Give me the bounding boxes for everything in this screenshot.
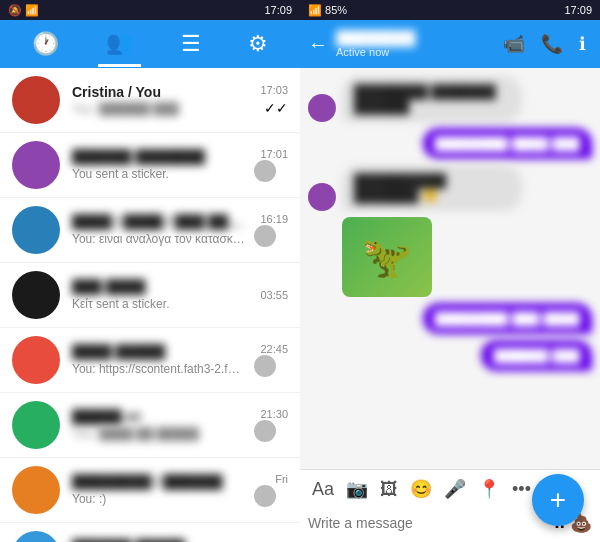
conversation-item[interactable]: █████ ## You: ████ ██ █████ 21:30 <box>0 393 300 458</box>
messages-area: ████████ ███████ ██████ ████████ ████ ██… <box>300 68 600 469</box>
avatar <box>12 76 60 124</box>
message-input[interactable] <box>308 515 545 531</box>
tab-recent[interactable]: 🕐 <box>24 23 67 65</box>
avatar <box>12 466 60 514</box>
conv-meta: 21:30 <box>254 408 288 442</box>
message-row: ██████████ ███████ 😊 <box>308 165 592 211</box>
avatar <box>12 531 60 542</box>
gallery-button[interactable]: 🖼 <box>376 475 402 504</box>
message-bubble: ████████ ████ ███ <box>423 128 592 159</box>
conv-meta: Fri <box>254 473 288 507</box>
conversation-item[interactable]: ████ █████ You: https://scontent.fath3-2… <box>0 328 300 393</box>
mic-button[interactable]: 🎤 <box>440 474 470 504</box>
chat-contact-name: ████████ <box>336 30 497 46</box>
conv-preview: You: :) <box>72 492 246 506</box>
status-left-icons: 🔕 📶 <box>8 4 39 17</box>
message-bubble: ██████ ███ <box>481 340 592 371</box>
conv-name: █████ ## <box>72 409 246 425</box>
left-panel: 🔕 📶 17:09 🕐 👥 ☰ ⚙ Cristina / You You: ██… <box>0 0 300 542</box>
status-right-time: 17:09 <box>564 4 592 16</box>
conv-meta: 17:01 <box>254 148 288 182</box>
conversation-item[interactable]: Cristina / You You: ██████ ███ 17:03 ✓✓ <box>0 68 300 133</box>
left-header: 🕐 👥 ☰ ⚙ <box>0 20 300 68</box>
tab-groups[interactable]: ☰ <box>173 23 209 65</box>
more-options-button[interactable]: ••• <box>508 475 535 504</box>
conv-preview: You: ████ ██ █████ <box>72 427 246 441</box>
conv-content: Cristina / You You: ██████ ███ <box>72 84 252 116</box>
conv-preview: You sent a sticker. <box>72 167 246 181</box>
conversation-item[interactable]: ██████ ███████ You sent a sticker. 17:01 <box>0 133 300 198</box>
video-call-button[interactable]: 📹 <box>497 27 531 61</box>
conv-content: █████ ## You: ████ ██ █████ <box>72 409 246 441</box>
emoji-button[interactable]: 😊 <box>406 474 436 504</box>
conv-meta: 17:03 ✓✓ <box>260 84 288 116</box>
message-bubble: ████████ ███████ ██████ <box>342 76 522 122</box>
message-row: ████████ ████ ███ <box>308 128 592 159</box>
camera-button[interactable]: 📷 <box>342 474 372 504</box>
conv-time: 16:19 <box>260 213 288 225</box>
conv-avatar-thumb <box>254 420 276 442</box>
status-right-icons: 📶 85% <box>308 4 347 17</box>
conv-name: ████ █████ <box>72 344 246 360</box>
conv-time: 21:30 <box>260 408 288 420</box>
conversation-item[interactable]: ████ / ████ / ███ ██████ You: ειναι αναλ… <box>0 198 300 263</box>
conv-name: Cristina / You <box>72 84 252 100</box>
conv-name: ██████ ███████ <box>72 149 246 165</box>
conv-avatar-thumb <box>254 225 276 247</box>
conv-time: Fri <box>275 473 288 485</box>
conv-content: ███ ████ Κείτ sent a sticker. <box>72 279 252 311</box>
conv-name: ████████ / ██████ <box>72 474 246 490</box>
avatar <box>12 401 60 449</box>
conv-content: ████ █████ You: https://scontent.fath3-2… <box>72 344 246 376</box>
conv-status: ✓✓ <box>264 100 288 116</box>
location-button[interactable]: 📍 <box>474 474 504 504</box>
chat-header-info: ████████ Active now <box>336 30 497 58</box>
conv-preview: You: ειναι αναλογα τον κατασκευας... <box>72 232 246 246</box>
message-row: ██████ ███ <box>308 340 592 371</box>
message-bubble: ████████ ███ ████ <box>423 303 592 334</box>
conv-time: 22:45 <box>260 343 288 355</box>
status-bar-right: 📶 85% 17:09 <box>300 0 600 20</box>
conv-meta: 22:45 <box>254 343 288 377</box>
conv-meta: 03:55 <box>260 289 288 301</box>
conv-avatar-thumb <box>254 160 276 182</box>
conv-content: ████ / ████ / ███ ██████ You: ειναι αναλ… <box>72 214 246 246</box>
conv-time: 17:01 <box>260 148 288 160</box>
conv-content: ████████ / ██████ You: :) <box>72 474 246 506</box>
plus-icon: + <box>550 484 566 516</box>
message-row: ████████ ███ ████ <box>308 303 592 334</box>
conv-time: 17:03 <box>260 84 288 96</box>
conv-name: ████ / ████ / ███ ██████ <box>72 214 246 230</box>
fab-new-conversation[interactable]: + <box>532 474 584 526</box>
back-button[interactable]: ← <box>308 33 328 56</box>
conv-avatar-thumb <box>254 355 276 377</box>
chat-status: Active now <box>336 46 497 58</box>
conv-avatar-thumb <box>254 485 276 507</box>
right-panel: 📶 85% 17:09 ← ████████ Active now 📹 📞 ℹ … <box>300 0 600 542</box>
avatar <box>12 206 60 254</box>
conversation-item[interactable]: ████████ / ██████ You: :) Fri <box>0 458 300 523</box>
message-bubble: ██████████ ███████ 😊 <box>342 165 522 211</box>
voice-call-button[interactable]: 📞 <box>535 27 569 61</box>
status-left-time: 17:09 <box>264 4 292 16</box>
conv-meta: 16:19 <box>254 213 288 247</box>
conv-preview: You: ██████ ███ <box>72 102 252 116</box>
text-format-button[interactable]: Aa <box>308 475 338 504</box>
sticker-emoji: 🦖 <box>362 234 412 281</box>
chat-name-blurred: ████████ <box>336 30 415 46</box>
avatar <box>12 336 60 384</box>
message-row: ████████ ███████ ██████ <box>308 76 592 122</box>
conv-preview: You: https://scontent.fath3-2.fna.fbc... <box>72 362 246 376</box>
tab-contacts[interactable]: 👥 <box>98 22 141 67</box>
conversation-item[interactable]: ██████ █████ You: ████████ ✓✓ <box>0 523 300 542</box>
conv-name: ███ ████ <box>72 279 252 295</box>
conversation-item[interactable]: ███ ████ Κείτ sent a sticker. 03:55 <box>0 263 300 328</box>
conv-time: 03:55 <box>260 289 288 301</box>
chat-header-actions: 📹 📞 ℹ <box>497 27 592 61</box>
avatar <box>12 271 60 319</box>
tab-settings[interactable]: ⚙ <box>240 23 276 65</box>
avatar <box>12 141 60 189</box>
sender-avatar <box>308 94 336 122</box>
info-button[interactable]: ℹ <box>573 27 592 61</box>
conversations-list: Cristina / You You: ██████ ███ 17:03 ✓✓ … <box>0 68 300 542</box>
